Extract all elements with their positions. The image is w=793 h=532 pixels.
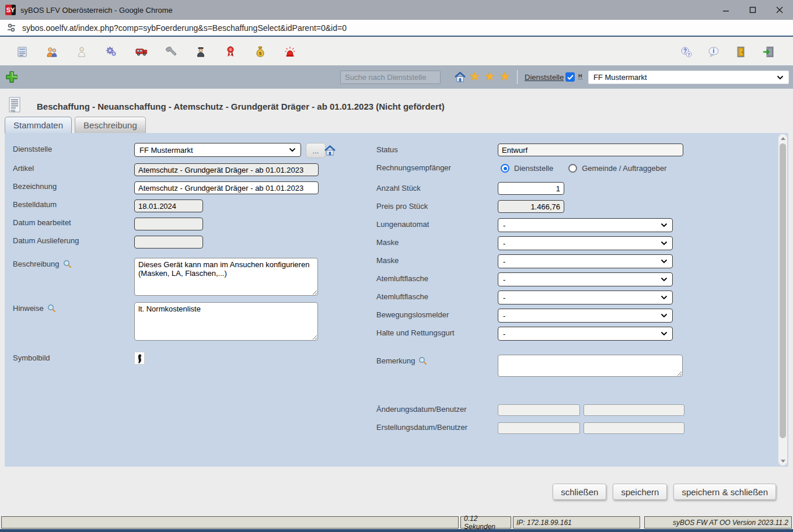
tab-stammdaten[interactable]: Stammdaten <box>5 117 72 133</box>
settings-icon[interactable] <box>106 46 117 58</box>
datum-auslieferung-label: Datum Auslieferung <box>13 236 79 245</box>
dienststelle-checkbox[interactable] <box>565 72 575 82</box>
info-icon[interactable]: i <box>708 46 719 58</box>
star-icon[interactable]: ★ <box>484 69 495 84</box>
bewegungslosmelder-select[interactable]: - <box>498 309 673 323</box>
search-input[interactable] <box>340 71 441 84</box>
save-button[interactable]: speichern <box>613 484 667 500</box>
hinweise-textarea[interactable]: lt. Normkostenliste <box>134 302 318 341</box>
quick-access-bar: ★ ★ ★ Dienststelle H FF Mustermarkt <box>0 65 793 89</box>
browser-address-bar[interactable]: sybos.ooelfv.at/index.php?comp=sybFoerde… <box>0 20 793 37</box>
radio-dienststelle-label: Dienststelle <box>514 164 553 173</box>
select-value: - <box>503 312 505 320</box>
chevron-down-icon <box>289 148 296 152</box>
close-form-button[interactable]: schließen <box>553 484 606 500</box>
minimize-button[interactable] <box>712 0 739 20</box>
svg-text:≡o: ≡o <box>11 108 15 113</box>
vehicle-icon[interactable] <box>135 46 147 58</box>
statusbar-spacer <box>1 516 459 528</box>
bezeichnung-label: Bezeichnung <box>13 182 57 191</box>
erstellungsdatum-field <box>498 422 580 434</box>
logout-icon[interactable] <box>763 46 774 58</box>
page-header: ≡o Beschaffung - Neuanschaffung - Atemsc… <box>0 89 793 117</box>
magnifier-icon[interactable] <box>63 260 72 268</box>
maske1-select[interactable]: - <box>498 236 673 250</box>
home-icon[interactable] <box>455 72 466 82</box>
dienststelle-home-icon[interactable] <box>324 145 336 156</box>
bestelldatum-field <box>134 200 203 212</box>
symbolbild-label: Symbolbild <box>13 354 50 362</box>
person-icon[interactable] <box>76 46 88 58</box>
artikel-field <box>134 163 319 176</box>
datum-bearbeitet-field <box>134 218 203 230</box>
door-icon[interactable] <box>735 46 747 58</box>
beschreibung-label-text: Beschreibung <box>13 260 60 268</box>
awards-icon[interactable] <box>225 46 236 58</box>
bemerkung-label-text: Bemerkung <box>376 356 415 365</box>
rettungsgurt-select[interactable]: - <box>498 327 673 341</box>
save-and-close-button[interactable]: speichern & schließen <box>673 484 776 500</box>
help-icon[interactable]: ?? <box>680 46 692 58</box>
bemerkung-textarea[interactable] <box>498 355 683 377</box>
atemluftflasche2-select[interactable]: - <box>498 290 673 304</box>
form-panel: Dienststelle FF Mustermarkt ... Artikel … <box>5 133 788 467</box>
dienststelle-link[interactable]: Dienststelle <box>525 73 564 82</box>
close-button[interactable] <box>766 0 793 20</box>
add-icon[interactable] <box>5 71 18 83</box>
atemluftflasche1-select[interactable]: - <box>498 272 673 286</box>
atemluftflasche2-label: Atemluftflasche <box>376 292 428 301</box>
statusbar-duration: 0.12 Sekunden <box>460 516 511 528</box>
symbolbild-thumbnail[interactable] <box>134 352 145 365</box>
rettungsgurt-label: Halte und Rettungsgurt <box>376 328 455 337</box>
site-settings-icon[interactable] <box>6 23 16 33</box>
anzahl-field[interactable] <box>498 182 564 195</box>
maske1-label: Maske <box>376 238 399 247</box>
bezeichnung-field[interactable] <box>134 181 319 194</box>
erstellungsbenutzer-field <box>584 422 684 434</box>
url-text[interactable]: sybos.ooelfv.at/index.php?comp=sybFoerde… <box>22 23 347 33</box>
station-select[interactable]: FF Mustermarkt <box>588 71 789 84</box>
magnifier-icon[interactable] <box>418 356 427 365</box>
svg-text:i: i <box>713 48 715 54</box>
rechnungsempfaenger-radios: Dienststelle Gemeinde / Auftraggeber <box>501 164 666 173</box>
statusbar-ip: IP: 172.18.99.161 <box>513 516 640 528</box>
window-title: syBOS LFV Oberösterreich - Google Chrome <box>20 6 173 15</box>
alarm-icon[interactable] <box>284 46 296 58</box>
magnifier-icon[interactable] <box>47 304 56 313</box>
select-value: - <box>503 257 505 266</box>
app-toolbar: $ ?? i <box>0 38 793 65</box>
maximize-button[interactable] <box>739 0 766 20</box>
select-value: - <box>503 330 505 338</box>
dienststelle-more-button[interactable]: ... <box>306 143 326 158</box>
panel-scrollbar[interactable] <box>778 134 787 466</box>
tab-label: Beschreibung <box>83 120 137 130</box>
star-icon[interactable]: ★ <box>499 69 511 84</box>
members-icon[interactable] <box>46 46 58 58</box>
radio-gemeinde[interactable] <box>568 164 577 173</box>
select-value: - <box>503 239 505 248</box>
scroll-up-arrow[interactable] <box>778 134 787 143</box>
report-icon[interactable] <box>16 46 28 58</box>
hinweise-label: Hinweise <box>13 304 56 313</box>
dienststelle-label: Dienststelle <box>13 145 52 153</box>
officer-icon[interactable] <box>195 46 207 58</box>
svg-text:?: ? <box>687 52 690 57</box>
lungenautomat-select[interactable]: - <box>498 218 673 232</box>
select-value: - <box>503 293 505 302</box>
star-icon[interactable]: ★ <box>469 69 480 84</box>
beschreibung-textarea[interactable]: Dieses Gerät kann man im Ansuchen konfig… <box>134 258 318 296</box>
scrollbar-thumb[interactable] <box>780 144 786 438</box>
scroll-down-arrow[interactable] <box>778 457 787 466</box>
hinweise-label-text: Hinweise <box>13 304 44 313</box>
radio-dienststelle[interactable] <box>501 164 509 173</box>
select-value: - <box>503 221 505 230</box>
bestelldatum-label: Bestelldatum <box>13 200 57 209</box>
tab-beschreibung[interactable]: Beschreibung <box>75 117 146 133</box>
page-title: Beschaffung - Neuanschaffung - Atemschut… <box>37 102 445 111</box>
equipment-icon[interactable] <box>165 46 177 58</box>
maske2-select[interactable]: - <box>498 254 673 268</box>
dienststelle-select[interactable]: FF Mustermarkt <box>134 143 301 157</box>
chevron-down-icon <box>777 75 784 80</box>
finance-icon[interactable]: $ <box>254 46 266 58</box>
hierarchy-mark[interactable]: H <box>578 73 582 79</box>
